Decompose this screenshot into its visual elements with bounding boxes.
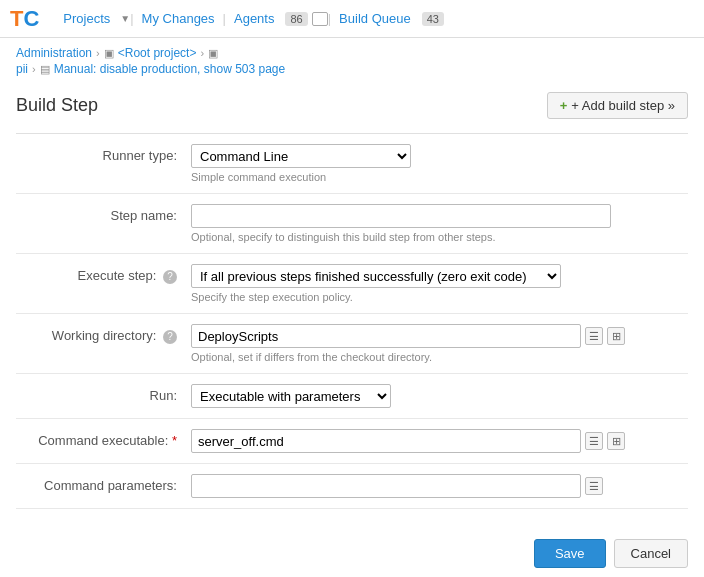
step-name-hint: Optional, specify to distinguish this bu… (191, 231, 688, 243)
logo-t: T (10, 6, 23, 31)
runner-type-row: Runner type: Command Line Simple command… (16, 134, 688, 194)
run-label: Run: (16, 384, 191, 403)
working-dir-label: Working directory: ? (16, 324, 191, 344)
working-dir-help-icon[interactable]: ? (163, 330, 177, 344)
command-params-input-group: ☰ (191, 474, 688, 498)
breadcrumb: Administration › ▣ <Root project> › ▣ (0, 38, 704, 62)
working-dir-param-icon[interactable]: ⊞ (607, 327, 625, 345)
build-config-icon: ▤ (40, 63, 50, 76)
command-params-label: Command parameters: (16, 474, 191, 493)
working-dir-field: ☰ ⊞ Optional, set if differs from the ch… (191, 324, 688, 363)
working-dir-input[interactable] (191, 324, 581, 348)
execute-step-row: Execute step: ? If all previous steps fi… (16, 254, 688, 314)
add-step-label: + Add build step » (571, 98, 675, 113)
main-content: Build Step + + Add build step » Runner t… (0, 82, 704, 577)
execute-step-hint: Specify the step execution policy. (191, 291, 688, 303)
command-params-field: ☰ (191, 474, 688, 498)
page-title: Build Step (16, 95, 98, 116)
execute-step-field: If all previous steps finished successfu… (191, 264, 688, 303)
command-exec-input-group: ☰ ⊞ (191, 429, 688, 453)
step-name-input[interactable] (191, 204, 611, 228)
command-exec-folder-icon[interactable]: ☰ (585, 432, 603, 450)
agents-count-badge: 86 (285, 12, 307, 26)
nav-agents[interactable]: Agents (226, 11, 282, 26)
breadcrumb-build[interactable]: Manual: disable production, show 503 pag… (54, 62, 286, 76)
execute-step-label: Execute step: ? (16, 264, 191, 284)
cancel-button[interactable]: Cancel (614, 539, 688, 568)
command-exec-input[interactable] (191, 429, 581, 453)
command-params-row: Command parameters: ☰ (16, 464, 688, 509)
command-params-input[interactable] (191, 474, 581, 498)
runner-type-field: Command Line Simple command execution (191, 144, 688, 183)
form-actions: Save Cancel (16, 529, 688, 568)
breadcrumb-row2: pii › ▤ Manual: disable production, show… (0, 62, 704, 82)
working-dir-hint: Optional, set if differs from the checko… (191, 351, 688, 363)
execute-step-help-icon[interactable]: ? (163, 270, 177, 284)
run-select[interactable]: Executable with parameters (191, 384, 391, 408)
working-dir-input-group: ☰ ⊞ (191, 324, 688, 348)
plus-icon: + (560, 98, 568, 113)
logo: TC (10, 6, 39, 32)
breadcrumb-admin[interactable]: Administration (16, 46, 92, 60)
working-dir-folder-icon[interactable]: ☰ (585, 327, 603, 345)
command-exec-label: Command executable: * (16, 429, 191, 448)
command-exec-row: Command executable: * ☰ ⊞ (16, 419, 688, 464)
execute-step-select[interactable]: If all previous steps finished successfu… (191, 264, 561, 288)
build-queue-count-badge: 43 (422, 12, 444, 26)
add-build-step-button[interactable]: + + Add build step » (547, 92, 688, 119)
command-exec-field: ☰ ⊞ (191, 429, 688, 453)
step-name-label: Step name: (16, 204, 191, 223)
step-name-row: Step name: Optional, specify to distingu… (16, 194, 688, 254)
root-project-icon: ▣ (104, 47, 114, 60)
nav-build-queue[interactable]: Build Queue (331, 11, 419, 26)
runner-type-select[interactable]: Command Line (191, 144, 411, 168)
command-exec-param-icon[interactable]: ⊞ (607, 432, 625, 450)
step-name-field: Optional, specify to distinguish this bu… (191, 204, 688, 243)
required-marker: * (172, 433, 177, 448)
run-field: Executable with parameters (191, 384, 688, 408)
breadcrumb-root-project[interactable]: <Root project> (118, 46, 197, 60)
run-row: Run: Executable with parameters (16, 374, 688, 419)
top-navigation: TC Projects ▼ | My Changes | Agents 86 |… (0, 0, 704, 38)
build-step-form: Runner type: Command Line Simple command… (16, 133, 688, 509)
page-header: Build Step + + Add build step » (16, 92, 688, 119)
nav-projects[interactable]: Projects (55, 11, 118, 26)
logo-text: TC (10, 6, 39, 32)
working-dir-row: Working directory: ? ☰ ⊞ Optional, set i… (16, 314, 688, 374)
projects-dropdown-icon[interactable]: ▼ (120, 13, 130, 24)
runner-type-label: Runner type: (16, 144, 191, 163)
breadcrumb-project[interactable]: pii (16, 62, 28, 76)
agents-icon (312, 12, 328, 26)
runner-type-hint: Simple command execution (191, 171, 688, 183)
save-button[interactable]: Save (534, 539, 606, 568)
logo-c: C (23, 6, 39, 31)
command-params-icon[interactable]: ☰ (585, 477, 603, 495)
root-project-icon2: ▣ (208, 47, 218, 60)
nav-my-changes[interactable]: My Changes (134, 11, 223, 26)
